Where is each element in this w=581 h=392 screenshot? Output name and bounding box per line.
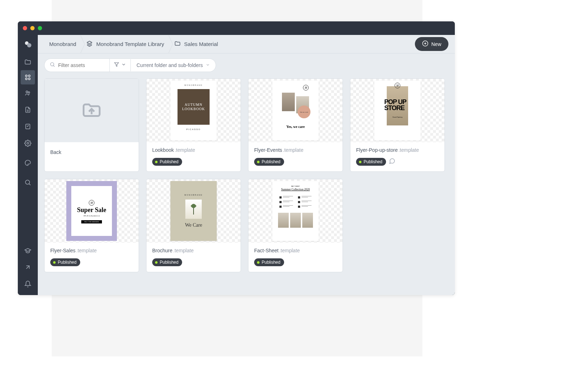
status-dot bbox=[257, 261, 259, 264]
back-label: Back bbox=[50, 149, 133, 155]
filterbar: Current folder and sub-folders bbox=[38, 53, 455, 77]
template-card[interactable]: MSuper Sale10% off on all products onONL… bbox=[44, 179, 139, 272]
sidebar-tasks[interactable] bbox=[18, 118, 38, 135]
svg-point-5 bbox=[29, 78, 30, 80]
card-name: Lookbook bbox=[152, 147, 174, 153]
status-badge: Published bbox=[254, 158, 284, 166]
new-button[interactable]: New bbox=[415, 37, 448, 51]
svg-point-4 bbox=[25, 78, 27, 80]
template-card[interactable]: MONOBRANDAUTUMN LOOKBOOKPICASSO Lookbook… bbox=[146, 78, 241, 172]
card-name: Fact-Sheet bbox=[254, 248, 278, 253]
status-label: Published bbox=[364, 159, 382, 164]
status-badge: Published bbox=[50, 258, 80, 266]
back-card[interactable]: Back bbox=[44, 78, 139, 172]
status-label: Published bbox=[58, 260, 77, 265]
status-dot bbox=[257, 161, 259, 163]
status-dot bbox=[53, 261, 56, 264]
sidebar-notifications[interactable] bbox=[18, 275, 38, 292]
card-thumbnail: MONOBRANDAUTUMN LOOKBOOKPICASSO bbox=[146, 79, 241, 142]
status-dot bbox=[359, 161, 361, 163]
folder-up-icon bbox=[79, 99, 104, 122]
filter-input[interactable] bbox=[58, 62, 104, 68]
sidebar-expand[interactable] bbox=[18, 259, 38, 275]
status-dot bbox=[155, 161, 158, 163]
svg-point-9 bbox=[27, 142, 29, 144]
template-card[interactable]: FACT SHEETSummer Collection 2020 Fact-Sh… bbox=[248, 179, 343, 272]
card-thumbnail: MJoin our eventYes, we care bbox=[248, 79, 343, 142]
breadcrumbs: Monobrand Monobrand Template Library Sal… bbox=[44, 35, 415, 53]
svg-point-2 bbox=[25, 75, 27, 77]
card-extension: .template bbox=[399, 147, 419, 153]
card-thumbnail: FACT SHEETSummer Collection 2020 bbox=[248, 179, 343, 243]
topbar: Monobrand Monobrand Template Library Sal… bbox=[38, 35, 455, 53]
status-badge: Published bbox=[152, 158, 182, 166]
status-label: Published bbox=[262, 159, 281, 164]
app-window: Monobrand Monobrand Template Library Sal… bbox=[18, 21, 455, 295]
sidebar-learn[interactable] bbox=[18, 242, 38, 259]
template-card[interactable]: MPOP UP STOREGrand Opening Flyer-Pop-up-… bbox=[350, 78, 445, 172]
filter-scope-label: Current folder and sub-folders bbox=[137, 62, 203, 68]
status-badge: Published bbox=[152, 258, 182, 266]
sidebar bbox=[18, 35, 38, 295]
search-icon bbox=[50, 62, 55, 69]
status-badge: Published bbox=[356, 158, 386, 166]
breadcrumb-label: Sales Material bbox=[184, 41, 218, 47]
titlebar bbox=[18, 21, 455, 35]
breadcrumb-label: Monobrand bbox=[49, 41, 76, 47]
breadcrumb-root[interactable]: Monobrand bbox=[44, 35, 81, 53]
chevron-down-icon bbox=[206, 62, 210, 68]
app-logo[interactable] bbox=[18, 35, 38, 53]
card-name: Flyer-Events bbox=[254, 147, 282, 153]
plus-icon bbox=[422, 40, 428, 48]
filter-scope-dropdown[interactable]: Current folder and sub-folders bbox=[131, 60, 216, 71]
svg-point-6 bbox=[26, 91, 28, 93]
breadcrumb-library[interactable]: Monobrand Template Library bbox=[81, 35, 169, 53]
template-card[interactable]: MONOBRANDWe Care Brochure.template Publi… bbox=[146, 179, 241, 272]
svg-point-3 bbox=[29, 75, 30, 77]
card-extension: .template bbox=[279, 248, 300, 253]
card-extension: .template bbox=[175, 147, 195, 153]
filter-input-wrap bbox=[45, 59, 110, 72]
svg-point-10 bbox=[25, 180, 30, 184]
status-label: Published bbox=[160, 159, 179, 164]
maximize-window-button[interactable] bbox=[38, 26, 42, 30]
minimize-window-button[interactable] bbox=[30, 26, 35, 30]
card-name: Flyer-Sales bbox=[50, 248, 76, 253]
svg-point-12 bbox=[51, 63, 54, 66]
close-window-button[interactable] bbox=[23, 26, 27, 30]
status-label: Published bbox=[160, 260, 179, 265]
card-thumbnail: MPOP UP STOREGrand Opening bbox=[350, 79, 444, 142]
status-badge: Published bbox=[254, 258, 284, 266]
sidebar-document[interactable] bbox=[18, 101, 38, 118]
card-name: Brochure bbox=[152, 248, 173, 253]
filter-options-button[interactable] bbox=[110, 59, 131, 71]
status-dot bbox=[155, 261, 158, 264]
card-thumbnail: MSuper Sale10% off on all products onONL… bbox=[45, 179, 139, 243]
sidebar-users[interactable] bbox=[18, 84, 38, 101]
sidebar-palette[interactable] bbox=[18, 154, 38, 171]
breadcrumb-label: Monobrand Template Library bbox=[96, 41, 164, 47]
new-button-label: New bbox=[431, 41, 441, 47]
sidebar-templates[interactable] bbox=[21, 70, 35, 84]
folder-icon bbox=[174, 40, 181, 48]
main-area: Monobrand Monobrand Template Library Sal… bbox=[38, 35, 455, 295]
sidebar-search[interactable] bbox=[18, 174, 38, 191]
card-extension: .template bbox=[76, 248, 97, 253]
grid-area: Back MONOBRANDAUTUMN LOOKBOOKPICASSO Loo… bbox=[38, 77, 455, 295]
svg-point-7 bbox=[28, 92, 30, 93]
comment-icon[interactable] bbox=[389, 158, 395, 166]
breadcrumb-folder[interactable]: Sales Material bbox=[169, 35, 223, 53]
sidebar-folder[interactable] bbox=[18, 53, 38, 70]
chevron-down-icon bbox=[121, 62, 126, 68]
sidebar-settings[interactable] bbox=[18, 135, 38, 151]
card-thumbnail: MONOBRANDWe Care bbox=[146, 179, 241, 243]
card-extension: .template bbox=[173, 248, 194, 253]
funnel-icon bbox=[114, 62, 119, 68]
template-card[interactable]: MJoin our eventYes, we care Flyer-Events… bbox=[248, 78, 343, 172]
status-label: Published bbox=[262, 260, 281, 265]
stack-icon bbox=[86, 40, 93, 48]
card-extension: .template bbox=[283, 147, 304, 153]
card-name: Flyer-Pop-up-store bbox=[356, 147, 398, 153]
svg-point-1 bbox=[27, 43, 31, 47]
